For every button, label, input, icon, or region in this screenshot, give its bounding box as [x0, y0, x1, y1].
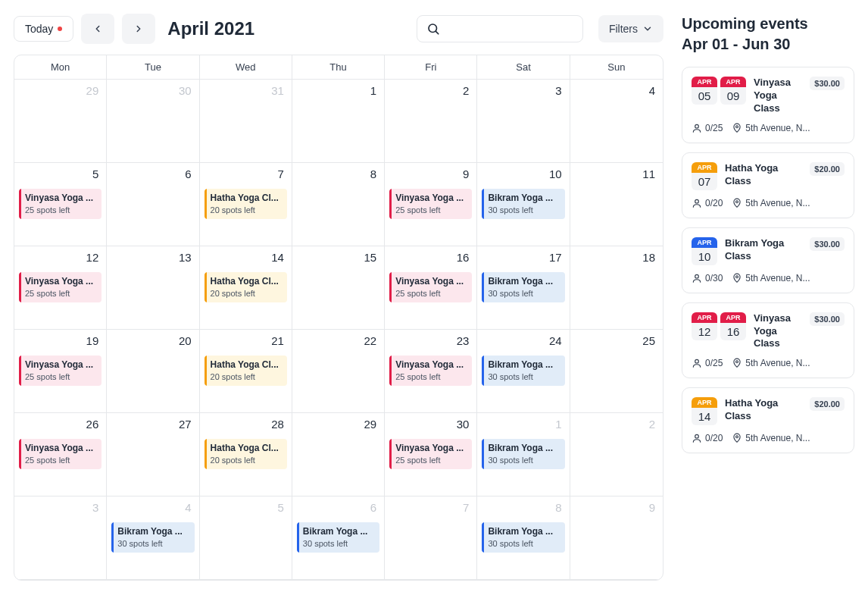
day-cell[interactable]: 3 [477, 80, 570, 163]
day-cell[interactable]: 12Vinyasa Yoga ...25 spots left [14, 246, 107, 330]
day-cell[interactable]: 16Vinyasa Yoga ...25 spots left [385, 246, 477, 330]
day-number: 29 [364, 418, 376, 431]
day-number: 11 [642, 168, 655, 180]
calendar-event-chip[interactable]: Vinyasa Yoga ...25 spots left [19, 439, 101, 469]
day-cell[interactable]: 11 [570, 163, 663, 246]
day-cell[interactable]: 9 [570, 496, 663, 580]
event-title: Bikram Yoga ... [488, 443, 560, 455]
svg-point-3 [736, 125, 738, 127]
calendar-event-chip[interactable]: Bikram Yoga ...30 spots left [482, 439, 564, 469]
day-cell[interactable]: 23Vinyasa Yoga ...25 spots left [385, 330, 477, 413]
calendar-event-chip[interactable]: Bikram Yoga ...30 spots left [482, 189, 564, 219]
day-cell[interactable]: 25 [570, 330, 663, 413]
calendar-event-chip[interactable]: Bikram Yoga ...30 spots left [482, 272, 564, 302]
event-title: Vinyasa Yoga ... [25, 193, 97, 205]
calendar-event-chip[interactable]: Bikram Yoga ...30 spots left [111, 522, 194, 553]
sidebar-title-line1: Upcoming events [682, 14, 854, 34]
day-cell[interactable]: 17Bikram Yoga ...30 spots left [477, 246, 570, 330]
day-cell[interactable]: 8Bikram Yoga ...30 spots left [477, 496, 570, 580]
event-card[interactable]: APR12APR16Vinyasa Yoga Class$30.000/255t… [682, 302, 854, 379]
day-cell[interactable]: 18 [570, 246, 663, 330]
event-card-name: Vinyasa Yoga Class [754, 77, 802, 115]
day-cell[interactable]: 21Hatha Yoga Cl...20 spots left [200, 330, 292, 413]
calendar-event-chip[interactable]: Hatha Yoga Cl...20 spots left [205, 272, 287, 302]
capacity-value: 0/25 [705, 123, 723, 133]
calendar-event-chip[interactable]: Bikram Yoga ...30 spots left [482, 522, 564, 553]
day-cell[interactable]: 3 [14, 496, 107, 580]
day-cell[interactable]: 31 [200, 80, 292, 163]
search-box[interactable] [417, 15, 583, 42]
date-badge-month: APR [692, 237, 717, 248]
next-month-button[interactable] [122, 14, 155, 44]
event-title: Bikram Yoga ... [303, 526, 375, 538]
event-card[interactable]: APR10Bikram Yoga Class$30.000/305th Aven… [682, 227, 854, 293]
day-cell[interactable]: 8 [292, 163, 385, 246]
date-badge-day: 16 [720, 323, 746, 340]
day-number: 8 [555, 501, 561, 514]
day-cell[interactable]: 22 [292, 330, 385, 413]
day-cell[interactable]: 5Vinyasa Yoga ...25 spots left [14, 163, 107, 246]
event-card[interactable]: APR07Hatha Yoga Class$20.000/205th Avenu… [682, 152, 854, 218]
day-number: 7 [463, 501, 469, 514]
day-cell[interactable]: 15 [292, 246, 385, 330]
day-cell[interactable]: 13 [107, 246, 199, 330]
calendar-event-chip[interactable]: Vinyasa Yoga ...25 spots left [389, 189, 472, 219]
day-cell[interactable]: 27 [107, 413, 199, 496]
calendar-event-chip[interactable]: Vinyasa Yoga ...25 spots left [19, 356, 101, 386]
prev-month-button[interactable] [81, 14, 114, 44]
event-card[interactable]: APR14Hatha Yoga Class$20.000/205th Avenu… [682, 387, 854, 453]
svg-point-8 [695, 360, 699, 364]
today-button[interactable]: Today [14, 16, 73, 42]
day-cell[interactable]: 20 [107, 330, 199, 413]
day-cell[interactable]: 9Vinyasa Yoga ...25 spots left [385, 163, 477, 246]
calendar-event-chip[interactable]: Vinyasa Yoga ...25 spots left [19, 189, 101, 219]
day-cell[interactable]: 19Vinyasa Yoga ...25 spots left [14, 330, 107, 413]
day-cell[interactable]: 14Hatha Yoga Cl...20 spots left [200, 246, 292, 330]
sidebar-title: Upcoming events Apr 01 - Jun 30 [682, 14, 854, 55]
event-spots: 30 spots left [488, 205, 560, 215]
calendar-event-chip[interactable]: Bikram Yoga ...30 spots left [297, 522, 379, 553]
date-badge: APR07 [692, 162, 717, 190]
calendar-event-chip[interactable]: Vinyasa Yoga ...25 spots left [19, 272, 101, 302]
search-input[interactable] [446, 23, 573, 35]
day-number: 23 [457, 334, 470, 347]
calendar-event-chip[interactable]: Bikram Yoga ...30 spots left [482, 356, 564, 386]
day-cell[interactable]: 26Vinyasa Yoga ...25 spots left [14, 413, 107, 496]
event-card-name: Vinyasa Yoga Class [754, 312, 802, 351]
calendar-event-chip[interactable]: Vinyasa Yoga ...25 spots left [389, 272, 472, 302]
day-cell[interactable]: 29 [292, 413, 385, 496]
day-cell[interactable]: 30Vinyasa Yoga ...25 spots left [385, 413, 477, 496]
day-cell[interactable]: 2 [570, 413, 663, 496]
day-cell[interactable]: 6Bikram Yoga ...30 spots left [292, 496, 385, 580]
person-icon [692, 198, 702, 208]
day-cell[interactable]: 5 [200, 496, 292, 580]
event-spots: 30 spots left [488, 455, 560, 465]
day-cell[interactable]: 7 [385, 496, 477, 580]
date-badge-day: 05 [692, 87, 717, 105]
filters-button[interactable]: Filters [598, 15, 663, 42]
capacity: 0/30 [692, 273, 723, 283]
day-cell[interactable]: 6 [107, 163, 199, 246]
calendar-event-chip[interactable]: Hatha Yoga Cl...20 spots left [205, 439, 287, 469]
day-cell[interactable]: 24Bikram Yoga ...30 spots left [477, 330, 570, 413]
calendar-event-chip[interactable]: Hatha Yoga Cl...20 spots left [205, 189, 287, 219]
svg-point-4 [695, 199, 699, 203]
capacity: 0/20 [692, 433, 723, 443]
day-cell[interactable]: 30 [107, 80, 199, 163]
day-cell[interactable]: 28Hatha Yoga Cl...20 spots left [200, 413, 292, 496]
day-cell[interactable]: 4 [570, 80, 663, 163]
calendar-event-chip[interactable]: Hatha Yoga Cl...20 spots left [205, 356, 287, 386]
day-cell[interactable]: 7Hatha Yoga Cl...20 spots left [200, 163, 292, 246]
day-cell[interactable]: 4Bikram Yoga ...30 spots left [107, 496, 199, 580]
day-number: 27 [179, 418, 192, 431]
day-cell[interactable]: 1Bikram Yoga ...30 spots left [477, 413, 570, 496]
day-cell[interactable]: 1 [292, 80, 385, 163]
day-cell[interactable]: 10Bikram Yoga ...30 spots left [477, 163, 570, 246]
chevron-down-icon [642, 23, 653, 34]
event-card[interactable]: APR05APR09Vinyasa Yoga Class$30.000/255t… [682, 67, 854, 143]
day-number: 1 [370, 84, 376, 97]
day-cell[interactable]: 2 [385, 80, 477, 163]
calendar-event-chip[interactable]: Vinyasa Yoga ...25 spots left [389, 356, 472, 386]
day-cell[interactable]: 29 [14, 80, 107, 163]
calendar-event-chip[interactable]: Vinyasa Yoga ...25 spots left [389, 439, 472, 469]
